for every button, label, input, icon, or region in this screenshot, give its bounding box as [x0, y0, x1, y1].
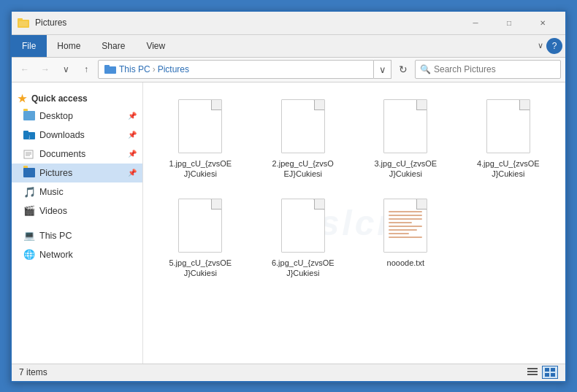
file-icon-2 [277, 97, 329, 155]
file-page-icon [281, 199, 325, 253]
sidebar-item-desktop[interactable]: Desktop 📌 [12, 107, 142, 126]
file-icon-1 [174, 97, 226, 155]
list-view-button[interactable] [524, 366, 540, 379]
svg-rect-1 [18, 18, 23, 21]
videos-folder-icon: 🎬 [23, 205, 35, 217]
documents-folder-icon [23, 148, 35, 160]
pin-icon-downloads: 📌 [128, 131, 137, 139]
title-bar: Pictures ─ □ ✕ [12, 12, 565, 35]
grid-view-button[interactable] [542, 366, 558, 379]
quick-access-section: ★ Quick access [12, 88, 142, 107]
refresh-button[interactable]: ↻ [394, 61, 412, 78]
sidebar-item-videos[interactable]: 🎬 Videos [12, 201, 142, 220]
file-item-4[interactable]: 4.jpg_cU_{zvsOEJ}Cukiesi [460, 91, 557, 185]
file-item-2[interactable]: 2.jpeg_cU_{zvsOEJ}Cukiesi [255, 91, 352, 185]
ribbon: File Home Share View ∨ ? [12, 35, 565, 58]
file-page-icon [383, 199, 427, 253]
pictures-folder-icon [23, 167, 35, 179]
svg-rect-14 [527, 374, 538, 375]
path-separator: › [153, 64, 156, 74]
path-segment-pictures[interactable]: Pictures [158, 64, 189, 74]
up-button[interactable]: ↑ [77, 61, 95, 78]
sidebar-item-label-music: Music [39, 187, 64, 197]
file-page-icon [178, 99, 222, 153]
file-name-5: 5.jpg_cU_{zvsOEJ}Cukiesi [167, 258, 233, 279]
status-item-count: 7 items [19, 367, 524, 377]
sidebar-item-label-desktop: Desktop [39, 111, 73, 121]
sidebar-item-label-thispc: This PC [39, 231, 72, 241]
svg-rect-2 [19, 21, 28, 26]
sidebar-item-label-documents: Documents [39, 149, 85, 159]
file-name-7: nooode.txt [387, 258, 424, 268]
sidebar-item-downloads[interactable]: ↓ Downloads 📌 [12, 126, 142, 145]
files-grid: 1.jpg_cU_{zvsOEJ}Cukiesi 2.jpeg_cU_{zvsO… [149, 88, 559, 288]
ribbon-collapse-btn[interactable]: ∨ [538, 41, 543, 50]
tab-home[interactable]: Home [47, 35, 91, 57]
tab-file[interactable]: File [12, 35, 47, 57]
maximize-button[interactable]: □ [492, 11, 526, 34]
file-item-7[interactable]: nooode.txt [357, 191, 454, 285]
search-box: 🔍 [415, 60, 561, 79]
sidebar-item-label-pictures: Pictures [39, 168, 72, 178]
grid-view-icon [545, 368, 555, 377]
status-bar: 7 items [12, 364, 565, 381]
quick-access-star-icon: ★ [18, 93, 27, 104]
file-page-icon [383, 99, 427, 153]
sidebar-item-network[interactable]: 🌐 Network [12, 245, 142, 264]
address-bar: ← → ∨ ↑ This PC › Pictures ∨ ↻ 🔍 [12, 58, 565, 82]
tab-share[interactable]: Share [91, 35, 136, 57]
pin-icon-desktop: 📌 [128, 112, 137, 120]
tab-view[interactable]: View [136, 35, 176, 57]
network-icon: 🌐 [23, 249, 35, 261]
window-controls: ─ □ ✕ [459, 11, 559, 34]
sidebar-item-documents[interactable]: Documents 📌 [12, 145, 142, 164]
view-buttons [524, 366, 558, 379]
file-icon-7 [379, 196, 432, 255]
file-page-icon [178, 199, 222, 253]
window-title: Pictures [35, 18, 459, 28]
minimize-button[interactable]: ─ [459, 11, 492, 34]
sidebar: ★ Quick access Desktop 📌 ↓ Downloads 📌 [12, 82, 143, 364]
ribbon-right: ∨ ? [538, 38, 565, 54]
close-button[interactable]: ✕ [526, 11, 559, 34]
path-icon [104, 64, 116, 74]
svg-text:↓: ↓ [28, 134, 31, 139]
pin-icon-documents: 📌 [128, 150, 137, 158]
recent-locations-button[interactable]: ∨ [57, 61, 74, 78]
sidebar-item-music[interactable]: 🎵 Music [12, 182, 142, 201]
file-item-6[interactable]: 6.jpg_cU_{zvsOEJ}Cukiesi [255, 191, 352, 285]
sidebar-item-label-videos: Videos [39, 206, 67, 216]
search-icon: 🔍 [420, 64, 431, 74]
forward-button[interactable]: → [37, 61, 54, 78]
file-item-5[interactable]: 5.jpg_cU_{zvsOEJ}Cukiesi [152, 191, 249, 285]
back-button[interactable]: ← [16, 61, 34, 78]
svg-rect-15 [545, 368, 549, 372]
file-page-icon [281, 99, 325, 153]
sidebar-item-thispc[interactable]: 💻 This PC [12, 226, 142, 245]
pin-icon-pictures: 📌 [128, 169, 137, 177]
file-name-3: 3.jpg_cU_{zvsOEJ}Cukiesi [372, 158, 438, 180]
sidebar-item-label-downloads: Downloads [39, 130, 85, 140]
quick-access-label: Quick access [31, 93, 88, 104]
path-dropdown-button[interactable]: ∨ [374, 60, 391, 79]
file-name-6: 6.jpg_cU_{zvsOEJ}Cukiesi [270, 258, 336, 279]
explorer-window: Pictures ─ □ ✕ File Home Share View ∨ ? [10, 10, 567, 383]
svg-rect-4 [104, 65, 110, 68]
desktop-folder-icon [23, 110, 35, 122]
title-bar-icons [18, 17, 29, 28]
help-button[interactable]: ? [546, 38, 562, 54]
address-path[interactable]: This PC › Pictures [98, 60, 374, 79]
file-icon-5 [174, 196, 226, 255]
file-name-1: 1.jpg_cU_{zvsOEJ}Cukiesi [167, 158, 233, 180]
path-segment-thispc[interactable]: This PC [119, 64, 150, 74]
svg-rect-13 [527, 371, 538, 372]
svg-rect-17 [545, 373, 549, 377]
main-area: ★ Quick access Desktop 📌 ↓ Downloads 📌 [12, 82, 565, 364]
search-input[interactable] [434, 64, 556, 74]
sidebar-item-pictures[interactable]: Pictures 📌 [12, 164, 142, 182]
app-icon [18, 17, 29, 28]
file-item-1[interactable]: 1.jpg_cU_{zvsOEJ}Cukiesi [152, 91, 249, 185]
file-item-3[interactable]: 3.jpg_cU_{zvsOEJ}Cukiesi [357, 91, 454, 185]
file-icon-3 [379, 97, 432, 155]
list-view-icon [527, 368, 538, 377]
